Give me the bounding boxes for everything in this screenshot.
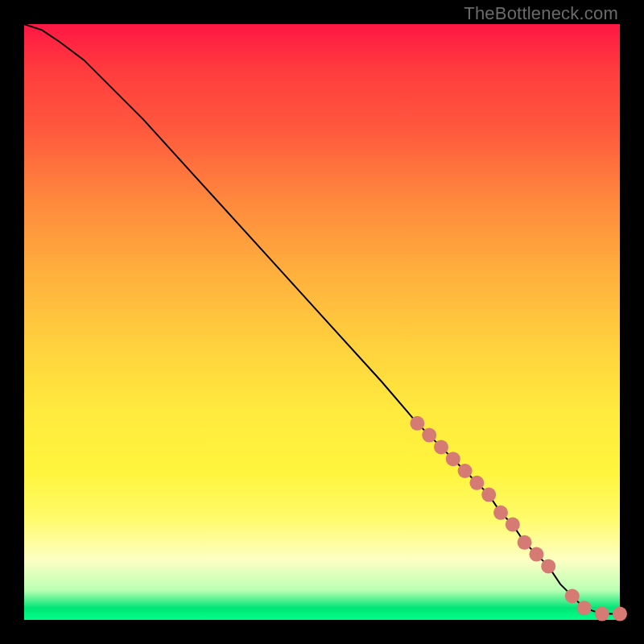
highlight-dot [613, 607, 627, 621]
highlight-dot [541, 559, 555, 573]
highlight-dot [518, 535, 532, 550]
highlight-dot [529, 547, 543, 562]
highlight-dot [469, 476, 484, 490]
highlight-dot [506, 518, 520, 532]
highlight-dot [493, 506, 508, 520]
highlight-dot [565, 588, 580, 603]
highlight-dot [481, 488, 496, 502]
watermark-text: TheBottleneck.com [464, 3, 618, 24]
chart-container: TheBottleneck.com [0, 0, 644, 644]
highlight-dots-group [410, 416, 627, 621]
highlight-dot [577, 601, 592, 615]
highlight-dot [422, 428, 436, 443]
highlight-dot [458, 464, 473, 478]
highlight-dot [446, 452, 460, 466]
plot-area [24, 24, 620, 620]
bottleneck-curve [24, 24, 620, 614]
highlight-dot [595, 607, 609, 621]
highlight-dot [434, 440, 448, 454]
highlight-dot [410, 416, 424, 431]
chart-svg [24, 24, 620, 620]
